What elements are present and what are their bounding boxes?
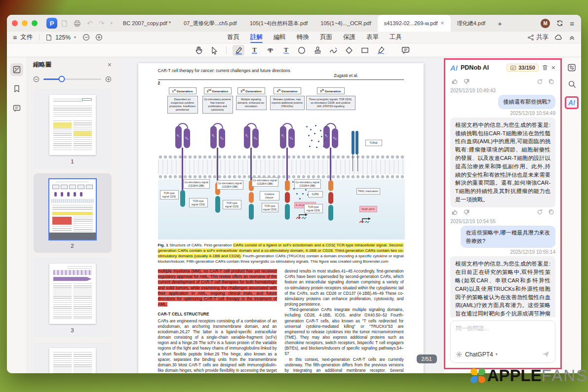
document-tab[interactable]: BC 2007_copy.pdf * <box>117 15 177 32</box>
tab-home[interactable]: 首頁 <box>227 32 239 43</box>
body-paragraph: desired results in most studies.41–45 Ac… <box>285 269 404 307</box>
more-actions-caret-icon[interactable]: ▾ <box>110 21 113 26</box>
tab-page[interactable]: 頁面 <box>320 32 332 43</box>
search-icon[interactable] <box>568 80 576 88</box>
thumbs-down-icon[interactable] <box>463 209 470 216</box>
tab-protect[interactable]: 保護 <box>343 32 355 43</box>
document-tab[interactable]: 理化總4.pdf <box>451 15 492 32</box>
window-tab-bar: P ↶ ↷ ▾ BC 2007_copy.pdf * 07_選修化學...ch5… <box>7 15 581 32</box>
thumbnail-list[interactable]: 1 <box>27 86 118 373</box>
model-selector[interactable]: ChatGPT4 <box>465 351 493 358</box>
model-caret-icon[interactable]: ▾ <box>496 352 498 356</box>
thumbs-up-icon[interactable] <box>451 78 458 85</box>
squiggly-underline-tool-icon[interactable]: T <box>280 45 292 56</box>
document-tab[interactable]: 07_選修化學...ch5.pdf <box>177 15 243 32</box>
thumbnail-page-3[interactable]: 3 <box>34 258 112 337</box>
zoom-caret-icon[interactable]: ▾ <box>74 35 76 39</box>
main-menu-icon[interactable]: ≡ <box>570 19 574 28</box>
left-text-column: multiple myeloma (MM), no CAR-T cell pro… <box>158 269 277 373</box>
clear-chat-trash-icon[interactable] <box>542 64 549 71</box>
user-avatar[interactable]: M <box>541 19 550 28</box>
thumbnail-page-2-selected[interactable]: 2 <box>34 173 112 253</box>
vh-domain: VH <box>184 128 190 148</box>
slider-knob[interactable] <box>59 76 65 82</box>
desktop: P ↶ ↷ ▾ BC 2007_copy.pdf * 07_選修化學...ch5… <box>0 0 588 392</box>
document-tab[interactable]: 105(1~4)自然科題本.pdf <box>243 15 314 32</box>
save-icon[interactable] <box>61 20 68 27</box>
zoom-window-button[interactable] <box>32 20 38 26</box>
message-actions <box>450 77 555 86</box>
bookmarks-panel-icon[interactable] <box>10 82 23 95</box>
tab-convert[interactable]: 轉換 <box>297 32 309 43</box>
eraser-tool-icon[interactable] <box>343 45 355 56</box>
shape-tool-icon[interactable] <box>296 45 308 56</box>
thumb-zoom-out-icon[interactable] <box>33 76 39 82</box>
thumbnails-panel-icon[interactable] <box>10 63 23 76</box>
page-view-icon[interactable] <box>46 34 52 41</box>
tabbar-right-controls: M ≡ <box>534 19 581 28</box>
minimize-window-button[interactable] <box>22 20 28 26</box>
regenerate-icon[interactable] <box>537 78 543 85</box>
thumbs-down-icon[interactable] <box>463 78 470 85</box>
ribbon-menus: 首頁 註解 編輯 轉換 頁面 保護 表單 工具 <box>227 32 402 43</box>
thumbnail-page-1[interactable]: 1 <box>34 89 112 168</box>
thumb-zoom-in-icon[interactable] <box>105 76 112 82</box>
regenerate-icon[interactable] <box>537 209 543 215</box>
underline-tool-icon[interactable]: T <box>248 45 260 56</box>
print-icon[interactable] <box>74 20 81 27</box>
copy-icon[interactable] <box>548 209 554 215</box>
thumbs-up-icon[interactable] <box>451 209 458 216</box>
ai-chat-history[interactable]: 2025/12/19 10:49:43 後續還有那些挑戰? 2025/12/19… <box>445 76 560 317</box>
chat-input-card[interactable]: ChatGPT4 ▾ <box>450 320 555 363</box>
tab-edit[interactable]: 編輯 <box>274 32 286 43</box>
tab-annotate[interactable]: 註解 <box>250 32 263 43</box>
strikethrough-tool-icon[interactable]: T <box>264 45 276 56</box>
file-menu[interactable]: 文件 <box>20 33 33 41</box>
close-ai-panel-icon[interactable]: × <box>551 64 555 72</box>
highlight-tool-icon[interactable] <box>233 45 244 56</box>
undo-icon[interactable]: ↶ <box>87 19 93 27</box>
gen4-tcr-label: TCR-type signal CD3ζ <box>262 203 278 212</box>
rectangle-tool-icon[interactable] <box>359 45 371 56</box>
cloud-icon[interactable] <box>554 34 563 40</box>
document-tab-active[interactable]: s41392-02...269-w.pdf × <box>378 15 451 32</box>
red-highlighted-paragraph: multiple myeloma (MM), no CAR-T cell pro… <box>158 269 277 307</box>
thumbnail-zoom-slider[interactable] <box>43 78 101 80</box>
tab-tools[interactable]: 工具 <box>390 32 402 43</box>
send-message-icon[interactable] <box>542 350 550 358</box>
paper-authors: Zugasti et al. <box>158 73 404 78</box>
thumbnail-page-4[interactable] <box>34 342 112 373</box>
annotations-panel-icon[interactable] <box>10 102 23 115</box>
ai-assistant-icon[interactable]: AI <box>565 96 579 109</box>
close-tab-icon[interactable]: × <box>441 20 444 27</box>
signature-tool-icon[interactable] <box>375 45 387 56</box>
close-panel-icon[interactable]: × <box>108 61 112 69</box>
gen5-costim-label: Co-stimulatory signal (CD28/4-1BB) <box>294 179 321 189</box>
share-button[interactable]: 共享 <box>527 33 549 41</box>
new-tab-button[interactable]: + <box>492 15 508 32</box>
zoom-level-value[interactable]: 125% <box>55 34 71 41</box>
redo-icon[interactable]: ↷ <box>99 19 105 27</box>
zoom-out-icon[interactable] <box>82 34 90 41</box>
close-window-button[interactable] <box>12 20 18 26</box>
stamp-tool-icon[interactable] <box>312 45 323 56</box>
generation-2-header: 2nd Generation <box>204 87 232 94</box>
sync-icon[interactable] <box>556 19 564 27</box>
document-tab[interactable]: 105(1~4)..._OCR.pdf <box>314 15 377 32</box>
pencil-draw-tool-icon[interactable] <box>327 45 339 56</box>
properties-panel-icon[interactable] <box>567 63 576 72</box>
comment-tool-icon[interactable] <box>399 45 411 56</box>
hand-tool-icon[interactable] <box>193 45 204 56</box>
car-gen4-receptor: VL VH <box>279 122 296 235</box>
chat-input[interactable] <box>456 325 550 342</box>
paper-title: CAR-T cell therapy for cancer: current c… <box>158 68 404 73</box>
sidebar-toggle-icon[interactable]: ≡ <box>13 34 17 41</box>
pdf-viewport[interactable]: 2/51 CAR-T cell therapy for cancer: curr… <box>118 57 444 373</box>
copy-icon[interactable] <box>548 78 554 85</box>
tab-form[interactable]: 表單 <box>366 32 379 43</box>
zoom-in-icon[interactable] <box>95 34 103 41</box>
thumbnail-zoom-slider-row <box>27 72 118 86</box>
select-tool-icon[interactable] <box>208 45 220 56</box>
ai-input-area: ChatGPT4 ▾ <box>445 317 560 368</box>
collapse-toolbar-icon[interactable] <box>569 34 575 40</box>
